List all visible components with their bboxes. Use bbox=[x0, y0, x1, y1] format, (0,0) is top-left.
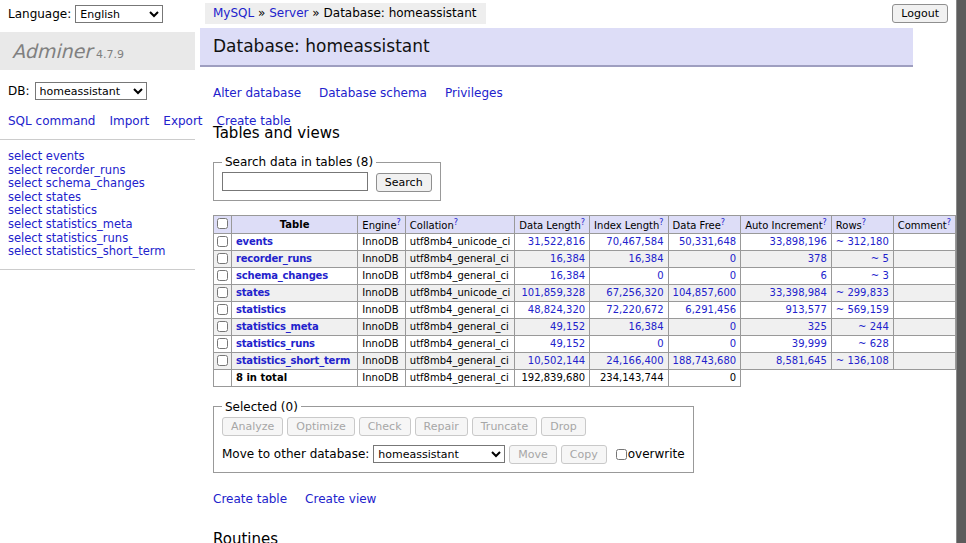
rows-value-link[interactable]: ~ 136,108 bbox=[836, 355, 889, 366]
export-link[interactable]: Export bbox=[163, 114, 202, 128]
vertical-scrollbar[interactable] bbox=[956, 0, 966, 543]
row-checkbox-statistics-meta[interactable] bbox=[217, 321, 228, 332]
data-free-value-link[interactable]: 0 bbox=[730, 338, 736, 349]
table-name-link-recorder-runs[interactable]: recorder_runs bbox=[236, 253, 312, 264]
create-view-link[interactable]: Create view bbox=[305, 492, 376, 506]
alter-database-link[interactable]: Alter database bbox=[213, 86, 301, 100]
sql-command-link[interactable]: SQL command bbox=[8, 114, 95, 128]
help-icon[interactable]: ? bbox=[659, 218, 663, 227]
create-table-link[interactable]: Create table bbox=[213, 492, 287, 506]
index-length-value-link[interactable]: 72,220,672 bbox=[606, 304, 663, 315]
data-length-value-link[interactable]: 16,384 bbox=[550, 253, 585, 264]
table-name-link-statistics-runs[interactable]: statistics_runs bbox=[236, 338, 315, 349]
data-free-value-link[interactable]: 0 bbox=[730, 270, 736, 281]
data-free-value-link[interactable]: 0 bbox=[730, 321, 736, 332]
db-select[interactable]: homeassistant bbox=[35, 82, 147, 100]
data-length-value-link[interactable]: 16,384 bbox=[550, 270, 585, 281]
language-select[interactable]: English bbox=[75, 5, 163, 23]
optimize-button[interactable]: Optimize bbox=[287, 417, 354, 436]
move-button[interactable]: Move bbox=[509, 445, 557, 464]
rows-value-link[interactable]: ~ 628 bbox=[858, 338, 889, 349]
database-schema-link[interactable]: Database schema bbox=[319, 86, 427, 100]
help-icon[interactable]: ? bbox=[397, 218, 401, 227]
table-name-link-statistics-meta[interactable]: statistics_meta bbox=[236, 321, 318, 332]
index-length-value-link[interactable]: 67,256,320 bbox=[606, 287, 663, 298]
index-length-value-link[interactable]: 0 bbox=[657, 338, 663, 349]
data-length-value-link[interactable]: 49,152 bbox=[550, 338, 585, 349]
select-schema-changes-link[interactable]: select schema_changes bbox=[8, 177, 195, 191]
select-statistics-meta-link[interactable]: select statistics_meta bbox=[8, 218, 195, 232]
help-icon[interactable]: ? bbox=[947, 218, 951, 227]
table-row: schema_changesInnoDButf8mb4_general_ci16… bbox=[214, 267, 956, 284]
data-free-value-link[interactable]: 104,857,600 bbox=[673, 287, 737, 298]
index-length-value-link[interactable]: 0 bbox=[657, 270, 663, 281]
help-icon[interactable]: ? bbox=[862, 218, 866, 227]
select-statistics-link[interactable]: select statistics bbox=[8, 204, 195, 218]
data-length-value-link[interactable]: 10,502,144 bbox=[528, 355, 585, 366]
rows-value-link[interactable]: ~ 5 bbox=[871, 253, 889, 264]
analyze-button[interactable]: Analyze bbox=[222, 417, 283, 436]
search-button[interactable]: Search bbox=[376, 173, 432, 192]
data-length-value-link[interactable]: 49,152 bbox=[550, 321, 585, 332]
help-icon[interactable]: ? bbox=[823, 218, 827, 227]
data-free-value-link[interactable]: 0 bbox=[730, 253, 736, 264]
select-events-link[interactable]: select events bbox=[8, 150, 195, 164]
table-name-link-statistics-short-term[interactable]: statistics_short_term bbox=[236, 355, 350, 366]
app-version: 4.7.9 bbox=[96, 48, 124, 61]
rows-value-link[interactable]: ~ 244 bbox=[858, 321, 889, 332]
auto-increment-value-link[interactable]: 33,398,984 bbox=[770, 287, 827, 298]
row-checkbox-statistics-short-term[interactable] bbox=[217, 355, 228, 366]
check-button[interactable]: Check bbox=[359, 417, 411, 436]
auto-increment-value-link[interactable]: 39,999 bbox=[792, 338, 827, 349]
data-free-value-link[interactable]: 50,331,648 bbox=[679, 236, 736, 247]
import-link[interactable]: Import bbox=[109, 114, 149, 128]
table-name-link-schema-changes[interactable]: schema_changes bbox=[236, 270, 328, 281]
drop-button[interactable]: Drop bbox=[541, 417, 585, 436]
select-statistics-short-term-link[interactable]: select statistics_short_term bbox=[8, 245, 195, 259]
help-icon[interactable]: ? bbox=[581, 218, 585, 227]
truncate-button[interactable]: Truncate bbox=[472, 417, 537, 436]
select-all-checkbox[interactable] bbox=[217, 218, 228, 229]
data-length-value-link[interactable]: 48,824,320 bbox=[528, 304, 585, 315]
index-length-value-link[interactable]: 16,384 bbox=[629, 253, 664, 264]
row-checkbox-events[interactable] bbox=[217, 236, 228, 247]
auto-increment-value-link[interactable]: 378 bbox=[808, 253, 827, 264]
auto-increment-value-link[interactable]: 8,581,645 bbox=[776, 355, 827, 366]
overwrite-checkbox[interactable] bbox=[616, 449, 627, 460]
rows-value-link[interactable]: ~ 569,159 bbox=[836, 304, 889, 315]
auto-increment-value-link[interactable]: 325 bbox=[808, 321, 827, 332]
help-icon[interactable]: ? bbox=[454, 218, 458, 227]
rows-value-link[interactable]: ~ 312,180 bbox=[836, 236, 889, 247]
index-length-value-link[interactable]: 24,166,400 bbox=[606, 355, 663, 366]
auto-increment-value-link[interactable]: 33,898,196 bbox=[770, 236, 827, 247]
data-free-value-link[interactable]: 188,743,680 bbox=[673, 355, 737, 366]
repair-button[interactable]: Repair bbox=[415, 417, 468, 436]
index-length-value-link[interactable]: 16,384 bbox=[629, 321, 664, 332]
rows-value-link[interactable]: ~ 3 bbox=[871, 270, 889, 281]
row-checkbox-states[interactable] bbox=[217, 287, 228, 298]
auto-increment-value-link[interactable]: 913,577 bbox=[785, 304, 826, 315]
copy-button[interactable]: Copy bbox=[561, 445, 607, 464]
data-length-value-link[interactable]: 101,859,328 bbox=[521, 287, 585, 298]
data-free-value-link[interactable]: 6,291,456 bbox=[685, 304, 736, 315]
move-db-select[interactable]: homeassistant bbox=[373, 445, 505, 463]
data-length-value-link[interactable]: 31,522,816 bbox=[528, 236, 585, 247]
rows-value-link[interactable]: ~ 299,833 bbox=[836, 287, 889, 298]
privileges-link[interactable]: Privileges bbox=[445, 86, 503, 100]
select-states-link[interactable]: select states bbox=[8, 191, 195, 205]
row-checkbox-statistics[interactable] bbox=[217, 304, 228, 315]
table-name-link-statistics[interactable]: statistics bbox=[236, 304, 286, 315]
row-checkbox-statistics-runs[interactable] bbox=[217, 338, 228, 349]
auto-increment-value-link[interactable]: 6 bbox=[820, 270, 826, 281]
index-length-value-link[interactable]: 70,467,584 bbox=[606, 236, 663, 247]
select-recorder-runs-link[interactable]: select recorder_runs bbox=[8, 164, 195, 178]
table-row: recorder_runsInnoDButf8mb4_general_ci16,… bbox=[214, 250, 956, 267]
select-statistics-runs-link[interactable]: select statistics_runs bbox=[8, 232, 195, 246]
table-name-link-states[interactable]: states bbox=[236, 287, 270, 298]
table-name-link-events[interactable]: events bbox=[236, 236, 273, 247]
table-row: statisticsInnoDButf8mb4_general_ci48,824… bbox=[214, 301, 956, 318]
row-checkbox-schema-changes[interactable] bbox=[217, 270, 228, 281]
help-icon[interactable]: ? bbox=[721, 218, 725, 227]
row-checkbox-recorder-runs[interactable] bbox=[217, 253, 228, 264]
search-input[interactable] bbox=[222, 172, 368, 191]
